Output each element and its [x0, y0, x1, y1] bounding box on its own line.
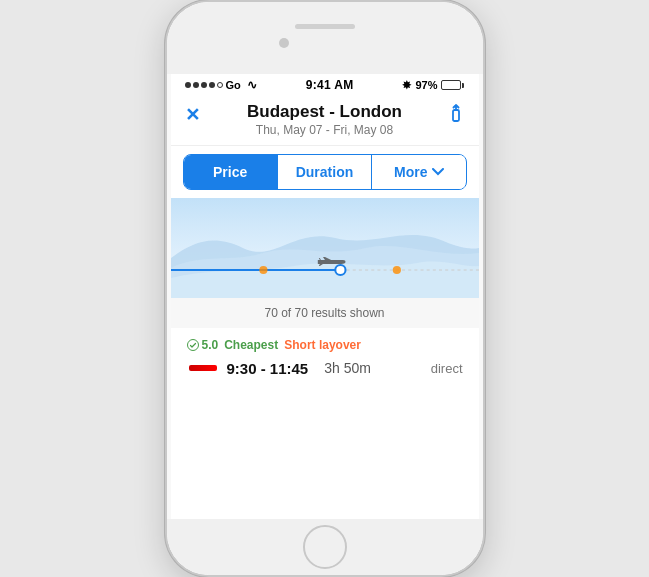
phone-hardware-bottom — [167, 519, 483, 575]
cheapest-badge: Cheapest — [224, 338, 278, 352]
battery-icon — [441, 80, 464, 90]
svg-point-7 — [187, 340, 198, 351]
layover-badge: Short layover — [284, 338, 361, 352]
svg-point-4 — [259, 266, 267, 274]
rating-badge: 5.0 — [187, 338, 219, 352]
airline-logo-strip — [189, 365, 217, 371]
signal-dot-4 — [209, 82, 215, 88]
flight-row: 9:30 - 11:45 3h 50m direct — [187, 358, 463, 378]
results-area: 70 of 70 results shown 5.0 Cheapest Shor… — [171, 298, 479, 388]
svg-rect-0 — [453, 110, 459, 121]
svg-point-5 — [335, 265, 345, 275]
svg-point-6 — [392, 266, 400, 274]
signal-dot-5 — [217, 82, 223, 88]
phone-hardware-top — [167, 2, 483, 74]
tab-duration[interactable]: Duration — [278, 155, 371, 189]
screen: Go ∿ 9:41 AM ✸ 97% ✕ — [171, 74, 479, 519]
carrier-label: Go — [226, 79, 241, 91]
route-dates: Thu, May 07 - Fri, May 08 — [256, 123, 393, 137]
signal-dot-3 — [201, 82, 207, 88]
flight-times: 9:30 - 11:45 — [227, 360, 309, 377]
tab-price[interactable]: Price — [184, 155, 277, 189]
flight-header: ✕ Budapest - London Thu, May 07 - Fri, M… — [171, 96, 479, 146]
status-right: ✸ 97% — [402, 79, 464, 92]
graph-svg — [171, 198, 479, 298]
flight-duration: 3h 50m — [324, 360, 371, 376]
status-left: Go ∿ — [185, 78, 257, 92]
signal-dot-1 — [185, 82, 191, 88]
home-button[interactable] — [303, 525, 347, 569]
filter-tabs: Price Duration More — [183, 154, 467, 190]
phone-frame: Go ∿ 9:41 AM ✸ 97% ✕ — [165, 0, 485, 577]
battery-body — [441, 80, 461, 90]
price-graph — [171, 198, 479, 298]
status-time: 9:41 AM — [306, 78, 354, 92]
results-count: 70 of 70 results shown — [171, 306, 479, 320]
flight-card[interactable]: 5.0 Cheapest Short layover 9:30 - 11:45 … — [171, 328, 479, 388]
route-title: Budapest - London — [247, 102, 402, 122]
wifi-icon: ∿ — [247, 78, 257, 92]
signal-dot-2 — [193, 82, 199, 88]
tab-more[interactable]: More — [372, 155, 465, 189]
airline-logo — [187, 358, 219, 378]
flight-type: direct — [431, 361, 463, 376]
rating-icon — [187, 339, 199, 351]
speaker — [295, 24, 355, 29]
status-bar: Go ∿ 9:41 AM ✸ 97% — [171, 74, 479, 96]
share-button[interactable] — [447, 104, 465, 128]
flight-badges: 5.0 Cheapest Short layover — [187, 338, 463, 352]
battery-percent: 97% — [415, 79, 437, 91]
camera — [279, 38, 289, 48]
chevron-down-icon — [432, 168, 444, 176]
bluetooth-icon: ✸ — [402, 79, 411, 92]
signal-strength — [185, 82, 223, 88]
battery-tip — [462, 83, 464, 88]
close-button[interactable]: ✕ — [185, 104, 200, 126]
